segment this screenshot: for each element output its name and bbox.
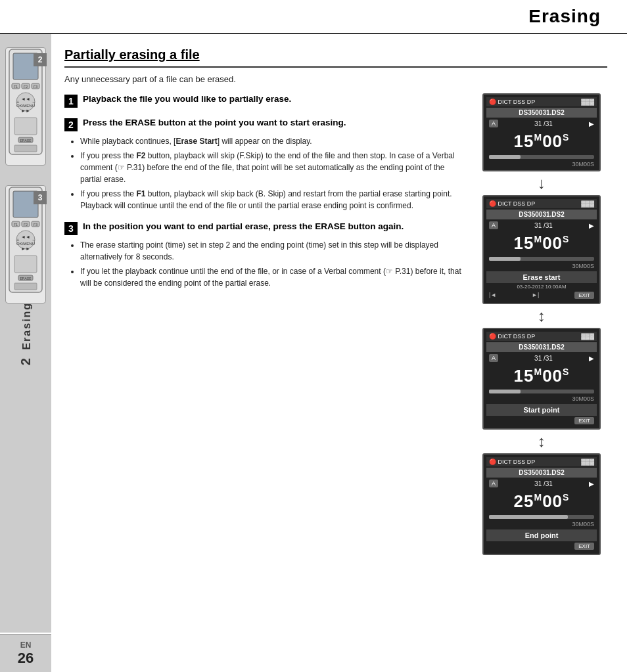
screen-3-filename: DS350031.DS2 xyxy=(486,342,597,352)
screen-2-exit: EXIT xyxy=(574,292,594,299)
screen-2-header: 🔴 DICT DSS DP ▓▓▓ xyxy=(486,199,597,208)
screen-4-time: 25M00S xyxy=(486,488,597,513)
svg-text:◄◄: ◄◄ xyxy=(21,235,30,239)
step-1-title: Playback the file you would like to part… xyxy=(83,93,291,106)
svg-text:F3: F3 xyxy=(34,223,37,227)
device-illustration-1: 2 F1 F2 F3 ◄◄ OK/MENU ►► + − ERASE xyxy=(5,47,46,166)
header-bar: Erasing xyxy=(0,0,627,34)
arrow-1-2: ↓ xyxy=(538,175,546,191)
step-1-block: 1 Playback the file you would like to pa… xyxy=(64,93,465,108)
screen-1-time: 15M00S xyxy=(486,128,597,153)
svg-rect-32 xyxy=(14,256,37,273)
step-3-bullet-1: The erase starting point (time) set in s… xyxy=(80,239,465,263)
screen-2-total: 30M00S xyxy=(486,263,597,269)
step-1-number: 1 xyxy=(64,95,78,108)
step-3-header: 3 In the position you want to end partia… xyxy=(64,221,465,235)
svg-text:►►: ►► xyxy=(21,108,30,113)
steps-area: 1 Playback the file you would like to pa… xyxy=(64,93,607,555)
screen-1: 🔴 DICT DSS DP ▓▓▓ DS350031.DS2 A 31 /31 … xyxy=(482,93,601,171)
screen-3-header: 🔴 DICT DSS DP ▓▓▓ xyxy=(486,332,597,341)
step-2-bullets: While playback continues, [Erase Start] … xyxy=(64,135,465,212)
screen-4: 🔴 DICT DSS DP ▓▓▓ DS350031.DS2 A 31 /31 … xyxy=(482,453,601,555)
screen-2-counter: A 31 /31 ▶ xyxy=(486,221,597,230)
step-badge-2: 2 xyxy=(34,53,47,66)
svg-rect-17 xyxy=(14,145,37,152)
svg-text:◄◄: ◄◄ xyxy=(21,97,30,101)
screen-1-filename: DS350031.DS2 xyxy=(486,108,597,118)
svg-text:F2: F2 xyxy=(24,85,28,89)
screen-4-progress xyxy=(489,515,594,519)
screen-1-total: 30M00S xyxy=(486,161,597,168)
screen-2: 🔴 DICT DSS DP ▓▓▓ DS350031.DS2 A 31 /31 … xyxy=(482,195,601,304)
lang-label: EN xyxy=(20,640,32,650)
svg-text:−: − xyxy=(32,238,35,242)
main-content: Partially erasing a file Any unnecessary… xyxy=(51,34,627,672)
left-sidebar: 2 Erasing 2 F1 F2 F3 ◄◄ OK/MENU ►► + − xyxy=(0,34,51,633)
screen-2-label: Erase start xyxy=(486,271,597,283)
steps-text: 1 Playback the file you would like to pa… xyxy=(64,93,465,555)
step-3-bullets: The erase starting point (time) set in s… xyxy=(64,239,465,289)
screen-3: 🔴 DICT DSS DP ▓▓▓ DS350031.DS2 A 31 /31 … xyxy=(482,328,601,430)
screen-2-controls: |◄ ►| EXIT xyxy=(486,290,597,300)
screen-4-counter: A 31 /31 ▶ xyxy=(486,479,597,488)
step-2-bullet-3: If you press the F1 button, playback wil… xyxy=(80,188,465,212)
svg-rect-35 xyxy=(14,283,37,290)
screen-3-progress xyxy=(489,390,594,393)
section-title: Partially erasing a file xyxy=(64,47,607,68)
step-3-title: In the position you want to end partial … xyxy=(83,221,404,233)
screen-4-exit-area: EXIT xyxy=(486,541,597,551)
svg-text:−: − xyxy=(32,100,35,104)
screen-2-date: 03-20-2012 10:00AM xyxy=(486,283,597,290)
svg-text:F2: F2 xyxy=(24,223,28,227)
device-illustration-2: 3 F1 F2 F3 ◄◄ OK/MENU ►► + − ERASE xyxy=(5,185,46,303)
step-2-block: 2 Press the ERASE button at the point yo… xyxy=(64,117,465,212)
screen-3-label: Start point xyxy=(486,404,597,416)
svg-text:ERASE: ERASE xyxy=(20,277,32,280)
svg-text:+: + xyxy=(16,237,20,243)
screen-3-exit: EXIT xyxy=(574,417,594,424)
step-2-bullet-1: While playback continues, [Erase Start] … xyxy=(80,135,465,147)
screen-4-header: 🔴 DICT DSS DP ▓▓▓ xyxy=(486,457,597,466)
screen-1-progress xyxy=(489,155,594,159)
svg-text:►►: ►► xyxy=(21,246,30,251)
step-1-header: 1 Playback the file you would like to pa… xyxy=(64,93,465,108)
svg-text:F1: F1 xyxy=(14,85,18,89)
step-2-number: 2 xyxy=(64,118,78,131)
step-2-header: 2 Press the ERASE button at the point yo… xyxy=(64,117,465,131)
step-2-title: Press the ERASE button at the point you … xyxy=(83,117,346,129)
screen-2-time: 15M00S xyxy=(486,230,597,255)
screen-4-label: End point xyxy=(486,529,597,541)
bottom-label-area: EN 26 xyxy=(0,634,51,672)
step-badge-3: 3 xyxy=(34,191,47,204)
page-number: 26 xyxy=(18,650,34,667)
screen-3-time: 15M00S xyxy=(486,363,597,388)
svg-rect-14 xyxy=(14,118,37,135)
screen-2-filename: DS350031.DS2 xyxy=(486,210,597,219)
step-3-number: 3 xyxy=(64,222,78,235)
screen-2-progress xyxy=(489,257,594,261)
screen-1-counter: A 31 /31 ▶ xyxy=(486,119,597,128)
arrow-3-4: ↕ xyxy=(538,434,546,449)
screen-4-total: 30M00S xyxy=(486,521,597,527)
svg-text:F1: F1 xyxy=(14,223,18,227)
svg-text:F3: F3 xyxy=(34,85,37,89)
screen-4-exit: EXIT xyxy=(574,543,594,550)
intro-text: Any unnecessary part of a file can be er… xyxy=(64,74,607,84)
screen-3-total: 30M00S xyxy=(486,395,597,402)
step-2-bullet-2: If you press the F2 button, playback wil… xyxy=(80,150,465,185)
svg-text:+: + xyxy=(16,99,20,105)
screen-3-counter: A 31 /31 ▶ xyxy=(486,353,597,363)
step-3-bullet-2: If you let the playback continue until t… xyxy=(80,265,465,289)
screen-3-exit-area: EXIT xyxy=(486,416,597,426)
screen-4-filename: DS350031.DS2 xyxy=(486,468,597,478)
screen-1-header: 🔴 DICT DSS DP ▓▓▓ xyxy=(486,97,597,106)
svg-text:ERASE: ERASE xyxy=(20,139,32,143)
arrow-2-3: ↕ xyxy=(538,308,546,324)
page-title: Erasing xyxy=(528,6,601,27)
screens-area: 🔴 DICT DSS DP ▓▓▓ DS350031.DS2 A 31 /31 … xyxy=(476,93,607,555)
chapter-label: 2 Erasing xyxy=(18,302,34,365)
step-3-block: 3 In the position you want to end partia… xyxy=(64,221,465,289)
